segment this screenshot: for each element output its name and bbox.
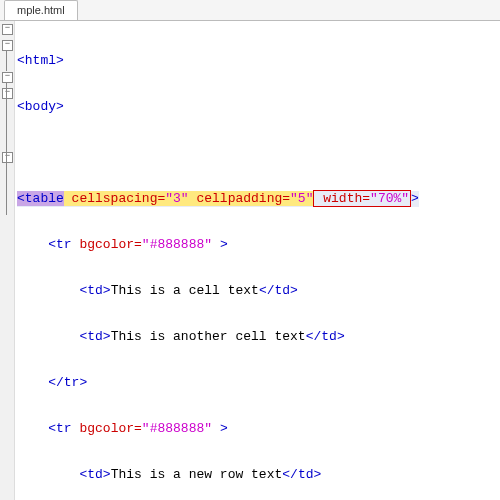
text: This is a cell text [111, 283, 259, 298]
tag: <body> [17, 99, 64, 114]
tag: <td> [79, 283, 110, 298]
code-line: <td>This is a cell text</td> [17, 283, 419, 299]
code-line: <td>This is a new row text</td> [17, 467, 419, 483]
text: This is a new row text [111, 467, 283, 482]
tag-table: <table [17, 191, 64, 206]
code-line: <html> [17, 53, 419, 69]
tag: <td> [79, 467, 110, 482]
text: This is another cell text [111, 329, 306, 344]
tag: </td> [259, 283, 298, 298]
code-line-current: <table cellspacing="3" cellpadding="5" w… [17, 191, 419, 207]
tab-bar: mple.html [0, 0, 500, 21]
attr-value: "#888888" [142, 421, 212, 436]
tag: <tr [48, 237, 79, 252]
file-tab[interactable]: mple.html [4, 0, 78, 20]
attr-value: "5" [290, 191, 313, 206]
editor-area: <html> <body> <table cellspacing="3" cel… [0, 21, 500, 500]
code-area[interactable]: <html> <body> <table cellspacing="3" cel… [15, 21, 419, 500]
code-line: </tr> [17, 375, 419, 391]
code-line [17, 145, 419, 161]
tag: </td> [306, 329, 345, 344]
fold-toggle[interactable] [2, 88, 13, 99]
attr-name: bgcolor= [79, 421, 141, 436]
tag: </tr> [48, 375, 87, 390]
attr-name: width= [315, 191, 370, 206]
attr-name: cellpadding= [189, 191, 290, 206]
fold-gutter [0, 21, 15, 500]
fold-toggle[interactable] [2, 72, 13, 83]
tag: <tr [48, 421, 79, 436]
tag: <html> [17, 53, 64, 68]
fold-toggle[interactable] [2, 40, 13, 51]
tag: <td> [79, 329, 110, 344]
fold-guide [6, 51, 7, 71]
attr-value: "3" [165, 191, 188, 206]
highlighted-attr-box: width="70%" [313, 190, 411, 207]
attr-name: bgcolor= [79, 237, 141, 252]
tag: </td> [282, 467, 321, 482]
attr-name: cellspacing= [64, 191, 165, 206]
code-line: <td>This is another cell text</td> [17, 329, 419, 345]
tag: > [411, 191, 419, 206]
attr-value: "#888888" [142, 237, 212, 252]
tag: > [220, 237, 228, 252]
fold-toggle[interactable] [2, 152, 13, 163]
code-line: <tr bgcolor="#888888" > [17, 237, 419, 253]
code-line: <body> [17, 99, 419, 115]
tag: > [220, 421, 228, 436]
attr-value: "70%" [370, 191, 409, 206]
code-line: <tr bgcolor="#888888" > [17, 421, 419, 437]
fold-toggle[interactable] [2, 24, 13, 35]
fold-guide [6, 83, 7, 215]
editor-window: mple.html <html> <body> <table cellspaci… [0, 0, 500, 500]
